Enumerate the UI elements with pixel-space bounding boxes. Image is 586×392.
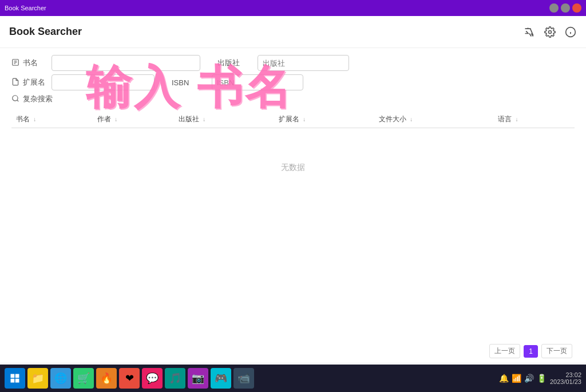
close-button[interactable] [572, 3, 581, 13]
app4-button[interactable]: 🎵 [165, 368, 185, 389]
browser-button[interactable]: 🌐 [50, 368, 71, 389]
tray-icon-2: 📶 [512, 374, 521, 383]
table-header: 书名 ↓ 作者 ↓ 出版社 ↓ 扩展名 ↓ [11, 111, 575, 128]
title-label: 书名 [11, 58, 46, 68]
svg-point-0 [549, 30, 552, 33]
author-icon [11, 78, 19, 88]
prev-page-button[interactable]: 上一页 [489, 344, 520, 358]
advanced-search-row: 复杂搜索 [11, 94, 575, 104]
clock-time: 23:02 [565, 371, 581, 378]
taskbar-left: 📁 🌐 🛒 🔥 ❤ 💬 🎵 📷 🎮 📹 [5, 368, 254, 389]
isbn-label: ISBN [172, 78, 206, 87]
clock: 23:02 2023/01/23 [550, 371, 581, 385]
sort-arrow-publisher: ↓ [203, 116, 205, 122]
author-label: 扩展名 [11, 77, 46, 88]
author-search-row: 扩展名 ISBN [11, 74, 575, 90]
title-input[interactable] [52, 55, 200, 71]
sort-arrow-size: ↓ [410, 116, 413, 122]
clock-date: 2023/01/23 [550, 378, 581, 385]
files-button[interactable]: 📁 [27, 368, 48, 389]
app3-button[interactable]: 💬 [142, 368, 163, 389]
sort-arrow-author: ↓ [114, 116, 117, 122]
tray-icon-4: 🔋 [537, 374, 547, 383]
svg-rect-11 [15, 374, 19, 378]
store-button[interactable]: 🛒 [73, 368, 94, 389]
advanced-label-text[interactable]: 复杂搜索 [23, 94, 53, 104]
header-icons [523, 26, 577, 38]
sort-arrow-extension: ↓ [303, 116, 306, 122]
sort-arrow-title: ↓ [33, 116, 36, 122]
titlebar: Book Searcher [0, 0, 586, 16]
window-controls [549, 3, 581, 13]
col-language[interactable]: 语言 ↓ [493, 111, 575, 128]
current-page-button[interactable]: 1 [524, 345, 538, 358]
svg-point-8 [13, 95, 18, 100]
table-header-row: 书名 ↓ 作者 ↓ 出版社 ↓ 扩展名 ↓ [11, 111, 575, 128]
svg-rect-13 [15, 379, 19, 383]
app6-button[interactable]: 🎮 [211, 368, 231, 389]
app1-button[interactable]: 🔥 [96, 368, 117, 389]
app-window: Book Searcher [0, 16, 586, 381]
col-extension[interactable]: 扩展名 ↓ [274, 111, 374, 128]
pagination: 上一页 1 下一页 [0, 339, 586, 363]
translate-icon[interactable] [523, 26, 536, 38]
result-table: 书名 ↓ 作者 ↓ 出版社 ↓ 扩展名 ↓ [11, 111, 575, 128]
svg-line-9 [17, 100, 19, 101]
advanced-icon [11, 94, 19, 104]
app7-button[interactable]: 📹 [233, 368, 254, 389]
title-label-text: 书名 [23, 58, 38, 68]
minimize-button[interactable] [549, 3, 559, 13]
publisher-label: 出版社 [217, 58, 252, 68]
tray-icon-3: 🔊 [524, 374, 534, 383]
app2-button[interactable]: ❤ [119, 368, 140, 389]
publisher-input[interactable] [258, 55, 349, 71]
app-title: Book Searcher [9, 26, 82, 38]
isbn-label-text: ISBN [172, 78, 189, 87]
author-label-text: 扩展名 [23, 77, 45, 88]
next-page-button[interactable]: 下一页 [541, 344, 572, 358]
isbn-input[interactable] [212, 74, 303, 90]
info-icon[interactable] [564, 26, 577, 38]
taskbar: 📁 🌐 🛒 🔥 ❤ 💬 🎵 📷 🎮 📹 🔔 📶 🔊 🔋 23:02 2023/0… [0, 365, 586, 392]
col-author[interactable]: 作者 ↓ [93, 111, 174, 128]
title-search-row: 书名 出版社 [11, 55, 575, 71]
maximize-button[interactable] [561, 3, 570, 13]
empty-message: 无数据 [11, 163, 575, 173]
settings-icon[interactable] [544, 26, 556, 38]
publisher-label-text: 出版社 [217, 58, 240, 68]
search-area: 书名 出版社 扩展名 ISBN [0, 48, 586, 109]
titlebar-text: Book Searcher [5, 5, 46, 11]
advanced-label: 复杂搜索 [11, 94, 53, 104]
title-icon [11, 58, 19, 68]
tray-icon-1: 🔔 [499, 374, 509, 383]
app-header: Book Searcher [0, 16, 586, 48]
svg-rect-10 [11, 374, 15, 378]
taskbar-right: 🔔 📶 🔊 🔋 23:02 2023/01/23 [499, 371, 581, 385]
svg-rect-12 [11, 379, 15, 383]
table-area: 书名 ↓ 作者 ↓ 出版社 ↓ 扩展名 ↓ [0, 111, 586, 339]
col-size[interactable]: 文件大小 ↓ [374, 111, 493, 128]
app5-button[interactable]: 📷 [188, 368, 208, 389]
sort-arrow-language: ↓ [515, 116, 518, 122]
col-publisher[interactable]: 出版社 ↓ [174, 111, 274, 128]
col-title[interactable]: 书名 ↓ [11, 111, 93, 128]
start-button[interactable] [5, 368, 25, 389]
system-tray: 🔔 📶 🔊 🔋 [499, 374, 547, 383]
author-input[interactable] [52, 74, 155, 90]
